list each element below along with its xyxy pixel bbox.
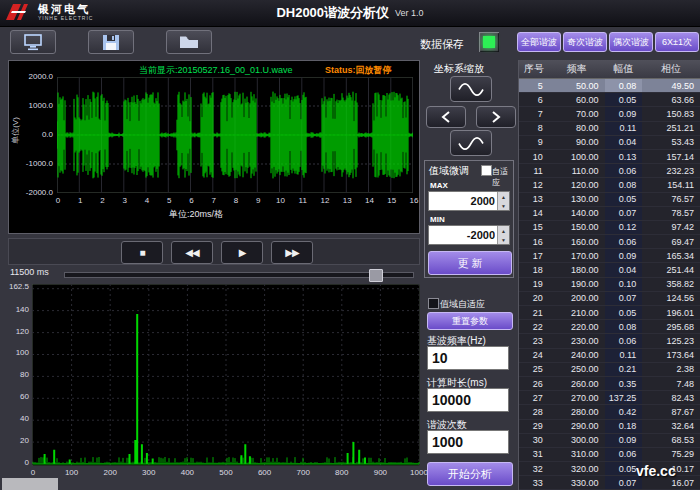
corner-placeholder [2, 478, 58, 490]
chevron-right-icon [491, 111, 501, 123]
table-cell: 17 [519, 251, 549, 261]
waveform-y-tick-label: -1000.0 [9, 159, 53, 168]
table-row[interactable]: 26260.000.357.48 [519, 377, 700, 391]
table-row[interactable]: 25250.000.212.38 [519, 363, 700, 377]
waveform-x-tick-label: 14 [364, 196, 376, 205]
min-spinner[interactable]: ▲ ▼ [428, 225, 510, 245]
table-row[interactable]: 13130.000.0576.57 [519, 193, 700, 207]
table-row[interactable]: 24240.000.11173.64 [519, 349, 700, 363]
calc-duration-input[interactable] [427, 388, 509, 412]
table-cell: 26 [519, 379, 549, 389]
play-button[interactable]: ▶ [221, 241, 263, 264]
table-row[interactable]: 16160.000.0669.47 [519, 235, 700, 249]
filter-odd-harmonics-button[interactable]: 奇次谐波 [563, 32, 607, 52]
table-row[interactable]: 770.000.09150.83 [519, 107, 700, 121]
table-row[interactable]: 30300.000.0968.53 [519, 434, 700, 448]
table-row[interactable]: 880.000.11251.21 [519, 122, 700, 136]
floppy-disk-icon [102, 34, 120, 51]
table-header-cell[interactable]: 幅值 [605, 62, 643, 76]
table-row[interactable]: 10100.000.13157.14 [519, 150, 700, 164]
table-row[interactable]: 23230.000.06125.23 [519, 334, 700, 348]
table-cell: 27 [519, 393, 549, 403]
filter-all-harmonics-button[interactable]: 全部谐波 [517, 32, 561, 52]
table-row[interactable]: 19190.000.10358.82 [519, 278, 700, 292]
max-spinner[interactable]: ▲ ▼ [428, 191, 510, 211]
table-row[interactable]: 18180.000.04251.44 [519, 263, 700, 277]
axis-zoom-title: 坐标系缩放 [434, 62, 484, 76]
table-row[interactable]: 660.000.0563.66 [519, 93, 700, 107]
table-cell: 15 [519, 222, 549, 232]
min-value-input[interactable] [429, 226, 497, 244]
table-cell: 290.00 [549, 421, 605, 431]
max-label: MAX [430, 181, 448, 190]
table-cell: 28 [519, 407, 549, 417]
table-cell: 8 [519, 123, 549, 133]
waveform-x-tick-label: 1 [74, 196, 86, 205]
table-row[interactable]: 550.000.0849.50 [519, 79, 700, 93]
table-header-cell[interactable]: 相位 [642, 62, 700, 76]
stop-icon: ■ [139, 247, 144, 258]
max-increment-arrow-icon[interactable]: ▲ [498, 192, 509, 201]
table-row[interactable]: 20200.000.07124.56 [519, 292, 700, 306]
table-cell: 0.18 [605, 420, 643, 433]
playback-slider-handle[interactable] [369, 269, 383, 282]
table-header-cell[interactable]: 序号 [519, 62, 549, 76]
table-cell: 251.21 [642, 123, 700, 133]
table-row[interactable]: 15150.000.1297.42 [519, 221, 700, 235]
max-decrement-arrow-icon[interactable]: ▼ [498, 201, 509, 210]
fast-forward-icon: ▶▶ [285, 247, 298, 258]
table-row[interactable]: 22220.000.08295.68 [519, 320, 700, 334]
spectrum-y-tick-label: 140 [2, 305, 29, 314]
max-value-input[interactable] [429, 192, 497, 210]
play-icon: ▶ [239, 247, 246, 258]
table-cell: 12 [519, 180, 549, 190]
table-cell: 190.00 [549, 279, 605, 289]
scroll-left-button[interactable] [426, 106, 466, 128]
save-file-button[interactable] [88, 30, 134, 54]
zoom-y-expand-button[interactable] [450, 76, 492, 102]
reset-params-button[interactable]: 重置参数 [427, 312, 513, 330]
table-row[interactable]: 990.000.0453.43 [519, 136, 700, 150]
min-increment-arrow-icon[interactable]: ▲ [498, 226, 509, 235]
filter-6x1-harmonics-button[interactable]: 6X±1次 [655, 32, 699, 52]
table-cell: 250.00 [549, 364, 605, 374]
table-row[interactable]: 11110.000.06232.23 [519, 164, 700, 178]
rewind-button[interactable]: ◀◀ [171, 241, 213, 264]
stop-button[interactable]: ■ [121, 241, 163, 264]
table-cell: 69.47 [642, 237, 700, 247]
open-file-button[interactable] [166, 30, 212, 54]
zoom-y-shrink-button[interactable] [450, 130, 492, 156]
data-save-indicator[interactable] [479, 32, 499, 52]
start-analysis-button[interactable]: 开始分析 [427, 462, 513, 486]
table-cell: 320.00 [549, 464, 605, 474]
table-row[interactable]: 31310.000.0675.29 [519, 448, 700, 462]
table-cell: 270.00 [549, 393, 605, 403]
table-body[interactable]: 550.000.0849.50660.000.0563.66770.000.09… [519, 79, 700, 490]
table-row[interactable]: 21210.000.05196.01 [519, 306, 700, 320]
display-mode-button[interactable] [10, 30, 56, 54]
fundamental-freq-input[interactable] [427, 346, 509, 370]
auto-range-checkbox[interactable] [428, 298, 439, 309]
update-button[interactable]: 更 新 [428, 251, 512, 275]
table-cell: 0.10 [605, 278, 643, 291]
table-cell: 0.08 [605, 320, 643, 333]
table-cell: 130.00 [549, 194, 605, 204]
table-row[interactable]: 17170.000.09165.34 [519, 249, 700, 263]
min-decrement-arrow-icon[interactable]: ▼ [498, 235, 509, 244]
scroll-right-button[interactable] [476, 106, 516, 128]
table-row[interactable]: 28280.000.4287.67 [519, 405, 700, 419]
playback-slider-track[interactable] [64, 272, 414, 278]
table-cell: 120.00 [549, 180, 605, 190]
range-auto-checkbox[interactable] [481, 165, 492, 176]
table-row[interactable]: 27270.00137.2582.43 [519, 391, 700, 405]
table-row[interactable]: 29290.000.1832.64 [519, 420, 700, 434]
spectrum-x-tick-label: 500 [216, 468, 236, 477]
table-row[interactable]: 14140.000.0778.57 [519, 207, 700, 221]
table-row[interactable]: 12120.000.08154.11 [519, 178, 700, 192]
fast-forward-button[interactable]: ▶▶ [271, 241, 313, 264]
harmonic-count-input[interactable] [427, 430, 509, 454]
waveform-y-tick-label: 2000.0 [9, 72, 53, 81]
filter-even-harmonics-button[interactable]: 偶次谐波 [609, 32, 653, 52]
table-header-cell[interactable]: 频率 [549, 62, 605, 76]
table-cell: 310.00 [549, 449, 605, 459]
